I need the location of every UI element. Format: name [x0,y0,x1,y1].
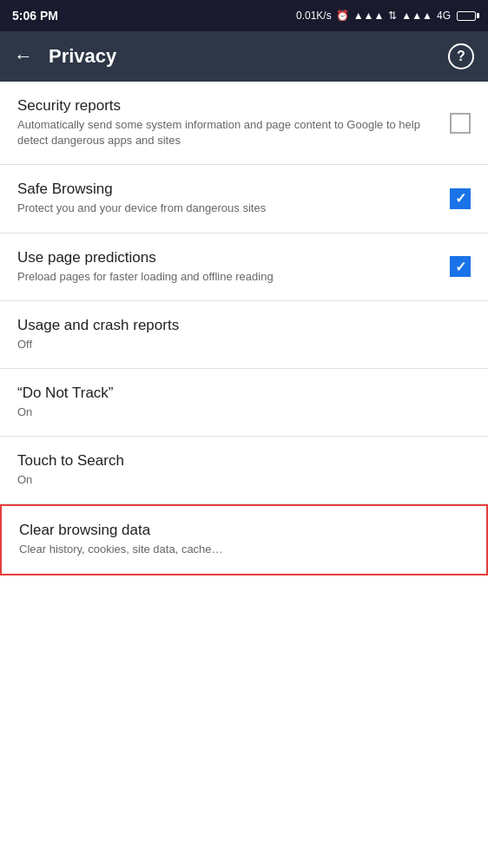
battery-icon [455,11,476,21]
help-button[interactable]: ? [448,43,474,69]
speed-indicator: 0.01K/s [296,10,332,22]
settings-list: Security reportsAutomatically send some … [0,82,488,575]
setting-title-page-predictions: Use page predictions [17,249,436,266]
setting-desc-usage-crash: Off [17,337,457,352]
signal-icon-2: ▲▲▲ [401,10,432,22]
status-bar: 5:06 PM 0.01K/s ⏰ ▲▲▲ ⇅ ▲▲▲ 4G [0,0,488,31]
status-icons: 0.01K/s ⏰ ▲▲▲ ⇅ ▲▲▲ 4G [296,10,476,22]
setting-item-do-not-track[interactable]: “Do Not Track”On [0,369,488,437]
setting-title-do-not-track: “Do Not Track” [17,385,457,402]
page-title: Privacy [49,45,448,68]
setting-desc-safe-browsing: Protect you and your device from dangero… [17,201,436,216]
checkbox-security-reports[interactable] [450,113,471,134]
setting-title-safe-browsing: Safe Browsing [17,181,436,198]
setting-title-touch-to-search: Touch to Search [17,452,457,470]
alarm-icon: ⏰ [336,10,349,22]
arrows-icon: ⇅ [388,10,397,22]
setting-title-clear-browsing-data: Clear browsing data [19,522,455,539]
network-type: 4G [437,10,451,22]
setting-item-usage-crash[interactable]: Usage and crash reportsOff [0,301,488,369]
setting-desc-do-not-track: On [17,404,457,420]
setting-item-security-reports[interactable]: Security reportsAutomatically send some … [0,82,488,165]
back-button[interactable]: ← [14,45,33,68]
setting-item-safe-browsing[interactable]: Safe BrowsingProtect you and your device… [0,165,488,233]
setting-item-touch-to-search[interactable]: Touch to SearchOn [0,437,488,504]
checkbox-page-predictions[interactable] [450,256,471,277]
status-time: 5:06 PM [12,9,58,23]
setting-desc-touch-to-search: On [17,472,457,488]
setting-title-security-reports: Security reports [17,97,436,115]
setting-desc-clear-browsing-data: Clear history, cookies, site data, cache… [19,542,455,557]
signal-icon: ▲▲▲ [353,10,385,22]
setting-title-usage-crash: Usage and crash reports [17,317,457,334]
setting-desc-page-predictions: Preload pages for faster loading and off… [17,269,436,285]
setting-item-clear-browsing-data[interactable]: Clear browsing dataClear history, cookie… [0,504,488,575]
setting-desc-security-reports: Automatically send some system informati… [17,117,436,148]
checkbox-safe-browsing[interactable] [450,188,471,209]
page-header: ← Privacy ? [0,31,488,82]
setting-item-page-predictions[interactable]: Use page predictionsPreload pages for fa… [0,233,488,301]
